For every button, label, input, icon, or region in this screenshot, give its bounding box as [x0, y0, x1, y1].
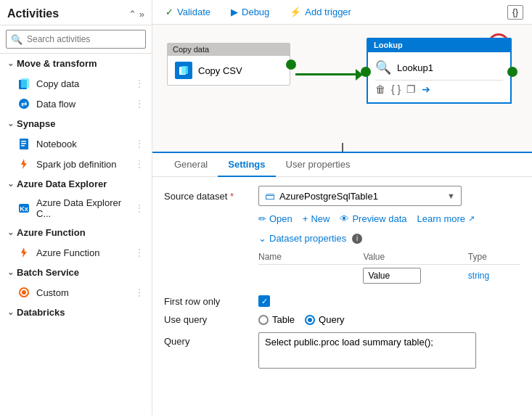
- props-table: Name Value Type string: [258, 250, 520, 287]
- section-label-batch: Batch Service: [17, 267, 79, 278]
- bottom-panel: General Settings User properties Source …: [152, 152, 532, 415]
- sidebar-item-spark[interactable]: Spark job definition ⋮: [0, 154, 152, 174]
- dataset-props-header[interactable]: ⌄ Dataset properties i: [258, 233, 520, 244]
- drag-icon-adx: ⋮: [134, 202, 144, 214]
- first-row-only-label: First row only: [164, 296, 258, 307]
- section-header-synapse[interactable]: ⌄ Synapse: [0, 114, 152, 133]
- section-header-databricks[interactable]: ⌄ Databricks: [0, 303, 152, 322]
- prop-value-input[interactable]: [363, 268, 421, 284]
- sidebar-item-azure-function[interactable]: Azure Function ⋮: [0, 242, 152, 263]
- svg-text:Kx: Kx: [20, 205, 28, 213]
- lookup-output-connector: [507, 67, 517, 77]
- use-query-label: Use query: [164, 314, 258, 325]
- source-dataset-dropdown[interactable]: 🗃 AzurePostgreSqlTable1 ▼: [258, 186, 462, 206]
- drag-icon-spark: ⋮: [134, 158, 144, 170]
- tab-settings[interactable]: Settings: [218, 153, 275, 177]
- dataset-properties: ⌄ Dataset properties i Name Value Type: [258, 233, 520, 287]
- adx-icon: Kx: [17, 202, 30, 215]
- section-move-transform: ⌄ Move & transform Copy data ⋮ ⇄ Data fl…: [0, 54, 152, 114]
- activities-sidebar: Activities ⌃ » 🔍 ⌄ Move & transform Copy…: [0, 0, 152, 415]
- sidebar-item-custom[interactable]: Custom ⋮: [0, 282, 152, 303]
- query-label: Query: [164, 332, 258, 347]
- copy-data-node-body: Copy CSV: [167, 56, 290, 86]
- debug-button[interactable]: ▶ Debug: [226, 4, 274, 20]
- validate-button[interactable]: ✓ Validate: [161, 4, 215, 20]
- col-header-value: Value: [363, 252, 467, 262]
- section-label-synapse: Synapse: [17, 118, 55, 129]
- code-icon[interactable]: { }: [391, 83, 401, 95]
- first-row-only-row: First row only ✓: [164, 295, 520, 307]
- use-query-row: Use query Table Query: [164, 314, 520, 325]
- tab-general[interactable]: General: [164, 153, 218, 177]
- sidebar-item-adx[interactable]: Kx Azure Data Explorer C... ⋮: [0, 194, 152, 223]
- canvas-area[interactable]: Copy data Copy CSV Lookup 🔍: [152, 25, 532, 152]
- add-trigger-button[interactable]: ⚡ Add trigger: [285, 4, 356, 20]
- debug-label: Debug: [242, 7, 269, 17]
- curly-braces-button[interactable]: {}: [507, 5, 523, 20]
- radio-query[interactable]: Query: [305, 314, 344, 325]
- lookup-node-label: Lookup1: [397, 62, 433, 73]
- section-header-batch[interactable]: ⌄ Batch Service: [0, 263, 152, 282]
- tab-user-properties[interactable]: User properties: [276, 153, 361, 177]
- sidebar-item-label-custom: Custom: [36, 287, 69, 298]
- svg-marker-8: [21, 159, 27, 169]
- data-flow-icon: ⇄: [17, 97, 30, 110]
- sidebar-item-copy-data[interactable]: Copy data ⋮: [0, 73, 152, 94]
- open-link[interactable]: ✏ Open: [258, 213, 292, 224]
- section-header-azure-function[interactable]: ⌄ Azure Function: [0, 223, 152, 242]
- copy-data-node[interactable]: Copy data Copy CSV: [167, 43, 290, 86]
- validate-icon: ✓: [165, 7, 173, 17]
- chevron-down-icon: ⌄: [7, 59, 14, 68]
- learn-more-link[interactable]: Learn more ↗: [417, 213, 475, 224]
- preview-link[interactable]: 👁 Preview data: [340, 213, 406, 224]
- svg-marker-11: [21, 247, 27, 258]
- required-indicator: *: [230, 191, 234, 202]
- drag-icon-copy-data: ⋮: [134, 78, 144, 89]
- expand-icon[interactable]: »: [139, 9, 144, 20]
- copy-icon[interactable]: ❐: [406, 83, 416, 95]
- svg-rect-5: [21, 141, 26, 142]
- prop-value-cell: [363, 268, 467, 284]
- connection-arrow-line: [295, 73, 361, 75]
- lookup-node-body: 🔍 Lookup1 🗑 { } ❐ ➔: [367, 52, 512, 104]
- chevron-down-icon-databricks: ⌄: [7, 308, 14, 317]
- lookup-search-icon: 🔍: [375, 59, 391, 75]
- lookup-node[interactable]: Lookup 🔍 Lookup1 🗑 { } ❐ ➔: [367, 38, 512, 104]
- radio-table[interactable]: Table: [258, 314, 295, 325]
- copy-data-output-connector: [286, 59, 296, 70]
- new-link[interactable]: + New: [303, 213, 330, 224]
- section-adx: ⌄ Azure Data Explorer Kx Azure Data Expl…: [0, 174, 152, 223]
- svg-rect-15: [181, 66, 188, 74]
- section-header-adx[interactable]: ⌄ Azure Data Explorer: [0, 174, 152, 194]
- toolbar: ✓ Validate ▶ Debug ⚡ Add trigger {}: [152, 0, 532, 25]
- external-link-icon: ↗: [468, 214, 475, 223]
- section-header-move-transform[interactable]: ⌄ Move & transform: [0, 54, 152, 73]
- arrow-right-icon[interactable]: ➔: [422, 83, 430, 95]
- query-textarea[interactable]: <span class="query-underline">Select pub…: [258, 332, 476, 369]
- sidebar-header: Activities ⌃ »: [0, 0, 152, 25]
- plus-icon: +: [303, 213, 308, 224]
- copy-data-icon: [17, 77, 30, 90]
- section-azure-function: ⌄ Azure Function Azure Function ⋮: [0, 223, 152, 263]
- first-row-only-value: ✓: [258, 295, 520, 307]
- sidebar-item-label-notebook: Notebook: [36, 139, 77, 149]
- preview-icon: 👁: [340, 213, 349, 224]
- radio-query-circle: [305, 315, 315, 325]
- query-row: Query <span class="query-underline">Sele…: [164, 332, 520, 371]
- props-table-row: string: [258, 265, 520, 287]
- prop-type-cell: string: [468, 271, 520, 281]
- debug-icon: ▶: [231, 7, 238, 17]
- section-databricks: ⌄ Databricks: [0, 303, 152, 322]
- sidebar-item-data-flow[interactable]: ⇄ Data flow ⋮: [0, 94, 152, 114]
- lookup-input-connector: [361, 67, 371, 77]
- delete-icon[interactable]: 🗑: [375, 83, 385, 95]
- dropdown-caret-icon: ▼: [447, 192, 455, 200]
- tabs-row: General Settings User properties: [152, 153, 532, 177]
- info-icon: i: [352, 234, 362, 244]
- radio-table-label: Table: [272, 314, 295, 325]
- sidebar-item-label-spark: Spark job definition: [36, 159, 117, 170]
- search-input[interactable]: [6, 30, 146, 49]
- sidebar-item-notebook[interactable]: Notebook ⋮: [0, 133, 152, 154]
- first-row-only-checkbox[interactable]: ✓: [258, 295, 270, 307]
- collapse-icon[interactable]: ⌃: [128, 9, 136, 20]
